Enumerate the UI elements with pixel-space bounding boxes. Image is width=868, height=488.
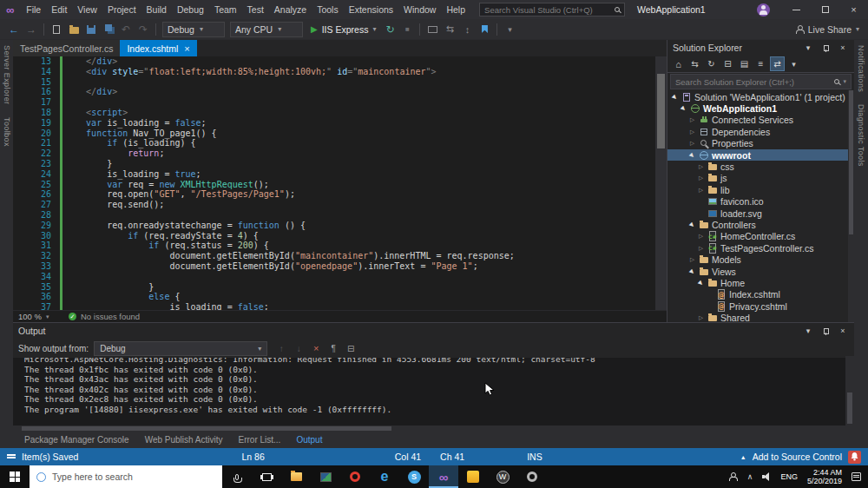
expander-expanded-icon[interactable]: ▶ (678, 103, 688, 114)
line-number[interactable]: 14 (13, 67, 51, 77)
user-avatar[interactable] (757, 3, 770, 16)
tree-item[interactable]: favicon.ico (667, 196, 854, 208)
tree-item[interactable]: Index.cshtml (667, 289, 854, 300)
document-health-indicator[interactable]: ✓ No issues found (69, 312, 140, 321)
menu-extensions[interactable]: Extensions (344, 0, 398, 19)
menu-tools[interactable]: Tools (312, 0, 344, 19)
code-line[interactable] (65, 77, 655, 88)
tree-item[interactable]: ▷js (667, 173, 854, 184)
tree-item[interactable]: ▶WebApplication1 (667, 102, 854, 114)
panel-tab-output[interactable]: Output (296, 435, 322, 445)
panel-tab-error-list[interactable]: Error List... (239, 435, 281, 445)
people-icon[interactable] (728, 472, 738, 481)
expander-expanded-icon[interactable]: ▶ (669, 92, 680, 102)
code-line[interactable]: } (65, 159, 655, 169)
stop-icon[interactable]: ■ (398, 21, 416, 38)
file-explorer-icon[interactable] (281, 465, 311, 488)
undo-icon[interactable]: ↶ (117, 21, 135, 38)
wordpress-icon[interactable]: W (488, 465, 517, 488)
menu-build[interactable]: Build (141, 0, 172, 19)
edge-icon[interactable]: e (370, 465, 399, 488)
code-line[interactable] (65, 97, 655, 108)
code-line[interactable]: req.onreadystatechange = function () { (65, 221, 655, 231)
collapse-panel-icon[interactable]: ⊟ (342, 340, 359, 357)
tree-item[interactable]: ▶Solution 'WebApplication1' (1 project) (667, 91, 854, 102)
expander-expanded-icon[interactable]: ▶ (687, 220, 697, 230)
solution-configuration-dropdown[interactable]: Debug ▾ (162, 22, 225, 37)
maximize-button[interactable] (811, 0, 839, 19)
solution-platform-dropdown[interactable]: Any CPU ▾ (230, 22, 303, 37)
line-number[interactable]: 31 (13, 241, 51, 251)
open-file-icon[interactable] (65, 21, 82, 38)
solution-explorer-scrollbar[interactable] (848, 90, 854, 322)
line-number[interactable]: 24 (13, 169, 51, 180)
code-line[interactable]: if (req.status = 200) { (65, 241, 655, 251)
tree-item[interactable]: ▷Properties (667, 138, 854, 149)
solution-search-box[interactable]: Search Solution Explorer (Ctrl+;) ▾ (670, 74, 852, 89)
line-number[interactable]: 34 (13, 272, 51, 282)
output-horizontal-scrollbar[interactable] (13, 425, 854, 432)
expander-collapsed-icon[interactable]: ▷ (697, 233, 705, 240)
line-number[interactable]: 36 (13, 292, 51, 302)
scrollbar-thumb[interactable] (847, 392, 852, 424)
tree-item[interactable]: loader.svg (667, 208, 854, 219)
line-number[interactable]: 15 (13, 77, 51, 88)
tree-item[interactable]: ▷lib (667, 184, 854, 195)
home-icon[interactable]: ⌂ (671, 56, 686, 71)
new-file-icon[interactable] (48, 21, 65, 38)
minimize-button[interactable] (782, 0, 811, 19)
language-indicator[interactable]: ENG (780, 472, 798, 481)
character-indicator[interactable]: Ch 41 (440, 452, 464, 462)
line-number[interactable]: 29 (13, 221, 51, 231)
scrollbar-thumb[interactable] (22, 426, 391, 431)
tree-item[interactable]: ▷HomeController.cs (667, 231, 854, 242)
menu-debug[interactable]: Debug (172, 0, 209, 19)
line-indicator[interactable]: Ln 86 (241, 452, 264, 462)
line-number[interactable]: 37 (13, 302, 51, 310)
tree-item[interactable]: ▷Dependencies (667, 126, 854, 137)
expander-collapsed-icon[interactable]: ▷ (697, 245, 705, 252)
add-to-source-control-button[interactable]: Add to Source Control (753, 452, 842, 462)
tree-item[interactable]: ▷Models (667, 254, 854, 265)
output-vertical-scrollbar[interactable] (845, 356, 854, 425)
line-number[interactable]: 22 (13, 148, 51, 159)
show-all-files-icon[interactable]: ▤ (737, 56, 752, 71)
expander-collapsed-icon[interactable]: ▷ (688, 116, 696, 123)
visual-studio-icon[interactable]: ∞ (429, 465, 458, 488)
find-prev-icon[interactable]: ↑ (273, 340, 290, 357)
find-next-icon[interactable]: ↓ (290, 340, 307, 357)
expander-collapsed-icon[interactable]: ▷ (688, 140, 696, 147)
menu-help[interactable]: Help (441, 0, 470, 19)
menu-view[interactable]: View (72, 0, 102, 19)
properties-icon[interactable]: ≡ (753, 56, 768, 71)
chevron-down-icon[interactable]: ▾ (802, 42, 814, 54)
line-number[interactable]: 33 (13, 261, 51, 272)
navigate-icon[interactable]: ↕ (458, 21, 476, 38)
code-line[interactable]: is_loading = false; (65, 302, 655, 310)
tree-item[interactable]: ▶Views (667, 266, 854, 277)
line-number[interactable]: 13 (13, 56, 51, 67)
code-line[interactable] (65, 272, 655, 282)
tree-item[interactable]: ▷Shared (667, 312, 854, 322)
restart-icon[interactable]: ↻ (381, 21, 398, 38)
line-number[interactable]: 27 (13, 200, 51, 210)
toolbar-overflow-chevron[interactable]: ▾ (501, 21, 518, 38)
line-number[interactable]: 30 (13, 231, 51, 241)
line-number[interactable]: 20 (13, 129, 51, 139)
clear-all-icon[interactable]: × (307, 340, 325, 357)
scrollbar-thumb[interactable] (657, 74, 665, 148)
code-line[interactable]: if (req.readyState = 4) { (65, 231, 655, 241)
expander-collapsed-icon[interactable]: ▷ (688, 129, 696, 135)
expander-collapsed-icon[interactable]: ▷ (688, 256, 696, 263)
expander-expanded-icon[interactable]: ▶ (687, 267, 697, 277)
line-number[interactable]: 26 (13, 189, 51, 200)
start-debugging-button[interactable]: ▶ IIS Express ▾ (311, 24, 376, 35)
opera-icon[interactable] (340, 465, 370, 488)
code-line[interactable]: </div> (65, 87, 655, 97)
switch-views-icon[interactable]: ⇆ (687, 56, 702, 71)
yellow-app-icon[interactable] (458, 465, 488, 488)
menu-window[interactable]: Window (398, 0, 441, 19)
code-line[interactable]: req.open("GET", "/TestPages/Page1"); (65, 189, 655, 200)
menu-analyze[interactable]: Analyze (269, 0, 312, 19)
code-line[interactable]: document.getElementById("openedpage").in… (65, 261, 655, 272)
